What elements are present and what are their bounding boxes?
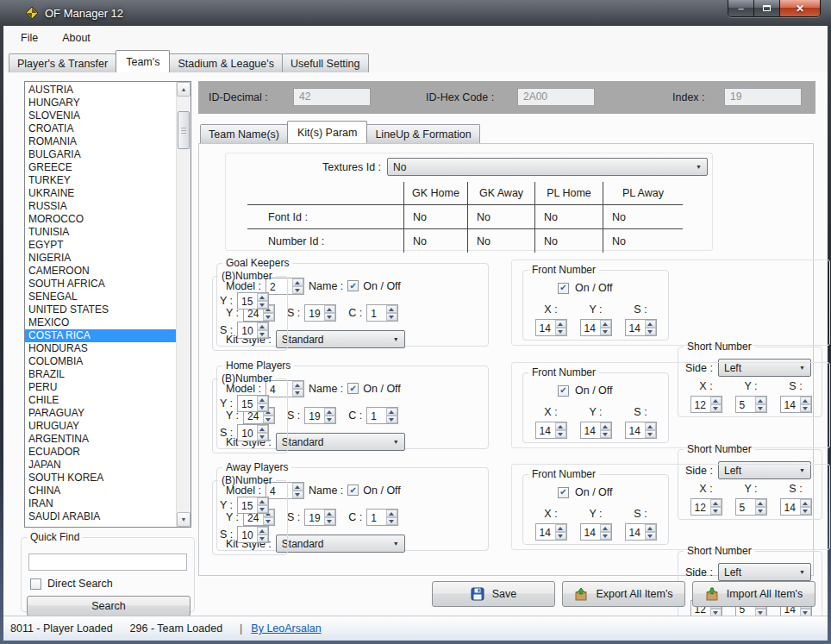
country-item[interactable]: JAPAN (25, 459, 176, 472)
country-item[interactable]: CAMEROON (25, 265, 176, 278)
spinner-up-icon[interactable] (257, 293, 268, 301)
name-checkbox[interactable] (347, 280, 359, 291)
spinner-down-icon[interactable] (257, 330, 268, 338)
spinner-up-icon[interactable] (645, 320, 656, 328)
country-item[interactable]: ROMANIA (25, 135, 176, 148)
spinner-down-icon[interactable] (292, 286, 303, 294)
spinner-arrows[interactable] (292, 381, 303, 397)
spinner-down-icon[interactable] (555, 430, 566, 438)
direct-search-checkbox[interactable] (30, 578, 41, 590)
spinner-down-icon[interactable] (555, 328, 566, 335)
spinner-down-icon[interactable] (292, 389, 303, 397)
country-item[interactable]: UNITED STATES (25, 303, 176, 316)
country-item[interactable]: COLOMBIA (25, 355, 176, 368)
spinner-arrows[interactable] (386, 305, 397, 321)
listbox-scrollbar[interactable]: ▲ ▼ (176, 82, 191, 527)
spinner-arrows[interactable] (324, 305, 335, 321)
country-item[interactable]: CROATIA (25, 122, 176, 135)
country-item[interactable]: RUSSIA (25, 200, 176, 213)
spinner-up-icon[interactable] (600, 422, 611, 430)
country-item[interactable]: BRAZIL (25, 368, 176, 381)
c-spinner[interactable]: 1 (366, 304, 398, 322)
spinner-up-icon[interactable] (257, 396, 268, 403)
spinner-arrows[interactable] (645, 320, 656, 335)
scrollbar-thumb[interactable] (178, 111, 190, 149)
country-item[interactable]: MEXICO (25, 316, 176, 329)
spinner-arrows[interactable] (600, 524, 611, 540)
country-item[interactable]: SAUDI ARABIA (25, 510, 176, 523)
spinner-arrows[interactable] (645, 524, 656, 540)
spinner-down-icon[interactable] (645, 532, 656, 540)
kit-style-select[interactable]: Standard▼ (276, 330, 405, 348)
textures-id-select[interactable]: No▼ (387, 158, 708, 176)
spinner-up-icon[interactable] (555, 422, 566, 430)
front-number-checkbox[interactable] (558, 487, 569, 498)
search-button[interactable]: Search (27, 596, 191, 616)
spinner-down-icon[interactable] (555, 532, 566, 540)
spinner-arrows[interactable] (292, 278, 303, 294)
tab-lineup-formation[interactable]: LineUp & Formation (366, 124, 479, 143)
front-number-checkbox[interactable] (558, 283, 569, 294)
spinner-up-icon[interactable] (645, 524, 656, 532)
spinner-down-icon[interactable] (257, 505, 268, 513)
front-y-spinner[interactable]: 14 (580, 523, 612, 541)
tab-usefull-setting[interactable]: Usefull Setting (282, 53, 369, 72)
spinner-up-icon[interactable] (555, 320, 566, 328)
spinner-arrows[interactable] (257, 396, 268, 411)
country-item[interactable]: AUSTRIA (25, 84, 176, 97)
front-y-spinner[interactable]: 14 (580, 319, 612, 336)
spinner-up-icon[interactable] (600, 524, 611, 532)
spinner-down-icon[interactable] (257, 301, 268, 309)
spinner-up-icon[interactable] (324, 305, 335, 313)
country-item[interactable]: HUNGARY (25, 97, 176, 109)
country-item[interactable]: ECUADOR (25, 446, 176, 459)
front-x-spinner[interactable]: 14 (535, 422, 567, 439)
country-item[interactable]: ARGENTINA (25, 433, 176, 446)
bnumber-s-spinner[interactable]: 10 (237, 424, 269, 441)
country-item[interactable]: SOUTH AFRICA (25, 278, 176, 291)
country-item[interactable]: TURKEY (25, 174, 176, 187)
s-spinner[interactable]: 19 (304, 407, 336, 424)
spinner-up-icon[interactable] (292, 278, 303, 286)
country-item[interactable]: BULGARIA (25, 148, 176, 161)
title-bar[interactable]: OF Manager 12 – ✕ (0, 0, 831, 26)
bnumber-s-spinner[interactable]: 10 (237, 322, 269, 339)
menu-about[interactable]: About (62, 32, 91, 44)
spinner-arrows[interactable] (257, 527, 268, 542)
side-select[interactable]: Left▼ (718, 563, 811, 581)
spinner-up-icon[interactable] (292, 381, 303, 389)
spinner-arrows[interactable] (257, 322, 268, 338)
spinner-up-icon[interactable] (386, 510, 397, 517)
front-number-checkbox[interactable] (558, 385, 569, 397)
spinner-down-icon[interactable] (324, 313, 335, 321)
country-item[interactable]: TUNISIA (25, 226, 176, 239)
tab-team-names[interactable]: Team Name(s) (200, 124, 288, 143)
credit-link[interactable]: By LeoArsalan (251, 622, 321, 635)
s-spinner[interactable]: 19 (304, 304, 336, 322)
spinner-up-icon[interactable] (324, 408, 335, 416)
s-spinner[interactable]: 19 (304, 509, 336, 526)
spinner-arrows[interactable] (324, 510, 335, 525)
spinner-down-icon[interactable] (600, 532, 611, 540)
spinner-arrows[interactable] (257, 497, 268, 513)
scroll-up-icon[interactable]: ▲ (177, 82, 191, 97)
country-item[interactable]: HONDURAS (25, 342, 176, 355)
front-s-spinner[interactable]: 14 (625, 422, 657, 439)
spinner-down-icon[interactable] (292, 491, 303, 498)
spinner-arrows[interactable] (257, 293, 268, 309)
save-button[interactable]: Save (432, 581, 555, 607)
team-listbox[interactable]: AUSTRIAHUNGARYSLOVENIACROATIAROMANIABULG… (24, 81, 191, 528)
spinner-down-icon[interactable] (324, 416, 335, 423)
spinner-up-icon[interactable] (257, 527, 268, 535)
spinner-arrows[interactable] (257, 425, 268, 441)
c-spinner[interactable]: 1 (366, 509, 398, 526)
tab-kits-param[interactable]: Kit(s) Param (287, 121, 367, 143)
country-item[interactable]: SLOVENIA (25, 109, 176, 122)
spinner-arrows[interactable] (555, 524, 566, 540)
spinner-arrows[interactable] (292, 483, 303, 498)
spinner-arrows[interactable] (324, 408, 335, 423)
country-item[interactable]: PARAGUAY (25, 407, 176, 420)
spinner-down-icon[interactable] (386, 313, 397, 321)
spinner-up-icon[interactable] (257, 322, 268, 330)
minimize-button[interactable]: – (728, 0, 754, 16)
